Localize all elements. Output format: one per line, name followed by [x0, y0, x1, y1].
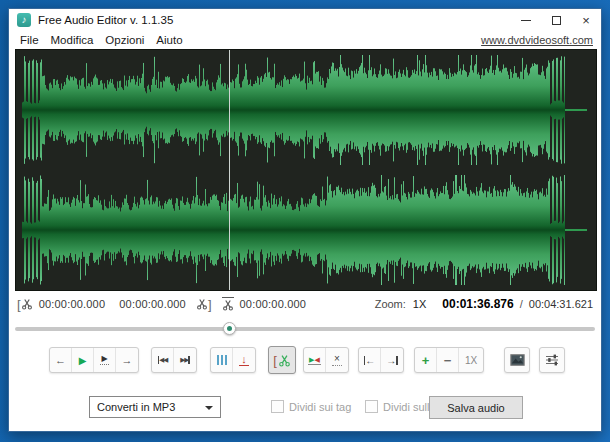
- play-icon: ▶: [79, 355, 87, 366]
- save-audio-button[interactable]: Salva audio: [429, 396, 523, 419]
- menu-opzioni[interactable]: Opzioni: [103, 33, 146, 47]
- seek-slider: [15, 322, 595, 336]
- app-icon: ♪: [17, 13, 31, 27]
- go-selection-end-button[interactable]: →: [381, 348, 403, 372]
- split-tags-checkbox[interactable]: Dividi sui tag: [271, 400, 351, 413]
- close-icon: ×: [582, 14, 590, 27]
- scissors-icon: [21, 298, 33, 310]
- playback-group: ← ▶ ▶ →: [49, 347, 139, 373]
- to-start-icon: ←: [364, 355, 376, 366]
- skip-end-icon: ▶▶: [180, 356, 190, 364]
- convert-format-select[interactable]: Converti in MP3: [89, 396, 221, 418]
- website-link[interactable]: www.dvdvideosoft.com: [481, 34, 593, 46]
- zoom-value: 1X: [413, 298, 426, 310]
- waveform-display[interactable]: [16, 50, 596, 290]
- delete-selection-icon: ×: [332, 354, 342, 366]
- zoom-label: Zoom:: [375, 298, 406, 310]
- pause-record-group: ↓: [210, 347, 256, 373]
- scissors-icon: [222, 299, 234, 311]
- pause-icon: [217, 355, 227, 365]
- save-audio-label: Salva audio: [447, 402, 505, 414]
- maximize-button[interactable]: [541, 9, 571, 31]
- zoom-reset-button[interactable]: 1X: [459, 348, 483, 372]
- time-readout-row: [ 00:00:00.000 00:00:00.000 ] 00:00:00.0…: [17, 295, 593, 313]
- delete-selection-button[interactable]: ×: [326, 348, 348, 372]
- app-window: ♪ Free Audio Editor v. 1.1.35 × File Mod…: [8, 8, 602, 432]
- cursor-position-icon: [222, 297, 234, 311]
- zoom-reset-label: 1X: [465, 355, 477, 366]
- selection-end-time: 00:00:00.000: [119, 298, 186, 310]
- cut-selection-button[interactable]: [: [268, 346, 296, 374]
- chevron-down-icon: [205, 406, 213, 410]
- red-down-arrow-icon: ↓: [239, 354, 249, 366]
- sliders-icon: [545, 354, 559, 366]
- total-time: 00:04:31.621: [529, 298, 593, 310]
- trim-icon: ▶◀: [308, 356, 321, 365]
- zoom-out-button[interactable]: −: [437, 348, 459, 372]
- time-separator: /: [520, 298, 523, 310]
- minimize-button[interactable]: [511, 9, 541, 31]
- menu-bar: File Modifica Opzioni Aiuto www.dvdvideo…: [9, 31, 601, 49]
- effects-settings-button[interactable]: [539, 347, 565, 373]
- skip-to-start-button[interactable]: ◀◀: [152, 348, 174, 372]
- waveform-panel: [15, 49, 597, 291]
- arrow-right-icon: →: [122, 354, 133, 366]
- zoom-in-button[interactable]: +: [415, 348, 437, 372]
- go-selection-start-button[interactable]: ←: [359, 348, 381, 372]
- seek-slider-thumb[interactable]: [223, 322, 236, 335]
- trim-to-selection-button[interactable]: ▶◀: [304, 348, 326, 372]
- step-forward-button[interactable]: →: [116, 348, 138, 372]
- scissors-icon: [278, 354, 291, 367]
- step-back-button[interactable]: ←: [50, 348, 72, 372]
- toolbar: ← ▶ ▶ → ◀◀ ▶▶ ↓ [: [9, 346, 601, 374]
- current-time: 00:01:36.876: [442, 297, 513, 311]
- window-controls: ×: [511, 9, 601, 31]
- maximize-icon: [552, 16, 561, 25]
- selection-start-time: 00:00:00.000: [39, 298, 106, 310]
- plus-icon: +: [422, 353, 430, 368]
- minus-icon: −: [444, 353, 452, 368]
- window-title: Free Audio Editor v. 1.1.35: [38, 14, 173, 26]
- minimize-icon: [521, 20, 531, 21]
- menu-modifica[interactable]: Modifica: [49, 33, 96, 47]
- bracket-scissors-icon: [: [273, 354, 291, 367]
- close-button[interactable]: ×: [571, 9, 601, 31]
- seek-slider-track[interactable]: [15, 327, 595, 331]
- skip-to-end-button[interactable]: ▶▶: [174, 348, 196, 372]
- checkbox-box[interactable]: [365, 400, 378, 413]
- picture-icon: [510, 354, 525, 366]
- selection-jump-group: ← →: [358, 347, 404, 373]
- title-bar: ♪ Free Audio Editor v. 1.1.35 ×: [9, 9, 601, 31]
- skip-start-icon: ◀◀: [158, 356, 168, 364]
- slider-thumb-dot: [227, 326, 232, 331]
- bottom-bar: Converti in MP3 Dividi sui tag Dividi su…: [9, 396, 601, 420]
- trim-group: ▶◀ ×: [303, 347, 349, 373]
- selection-start-icon: [: [17, 298, 33, 311]
- zoom-group: + − 1X: [414, 347, 484, 373]
- convert-format-value: Converti in MP3: [97, 401, 175, 413]
- scissors-icon: [196, 298, 208, 310]
- to-end-icon: →: [386, 355, 398, 366]
- play-selection-button[interactable]: ▶: [94, 348, 116, 372]
- checkbox-box[interactable]: [271, 400, 284, 413]
- split-tags-label: Dividi sui tag: [289, 401, 351, 413]
- selection-end-icon: ]: [196, 298, 212, 311]
- menu-aiuto[interactable]: Aiuto: [154, 33, 184, 47]
- arrow-left-icon: ←: [55, 354, 66, 366]
- waveform-view-button[interactable]: [504, 347, 530, 373]
- play-button[interactable]: ▶: [72, 348, 94, 372]
- play-selection-icon: ▶: [100, 355, 108, 365]
- cursor-position-time: 00:00:00.000: [240, 298, 307, 310]
- menu-file[interactable]: File: [18, 33, 41, 47]
- desktop-background: ♪ Free Audio Editor v. 1.1.35 × File Mod…: [0, 0, 610, 442]
- skip-group: ◀◀ ▶▶: [151, 347, 197, 373]
- drop-marker-button[interactable]: ↓: [233, 348, 255, 372]
- pause-button[interactable]: [211, 348, 233, 372]
